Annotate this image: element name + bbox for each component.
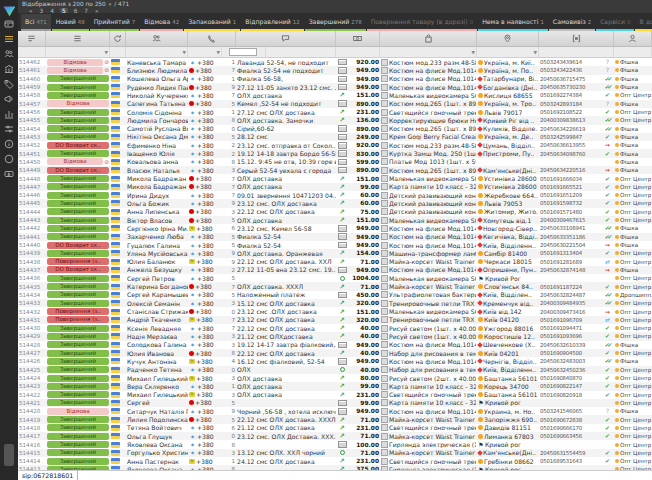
order-row[interactable]: 514460ЗавершенийКошелева Ольга Ар..✶+380… <box>18 75 652 83</box>
sidebar-item-settings[interactable] <box>0 121 18 136</box>
tab-7[interactable]: Повернення товару (в дорозі)0 <box>367 14 478 31</box>
column-header-refresh[interactable] <box>110 31 126 46</box>
column-header-person[interactable] <box>614 31 652 46</box>
order-row[interactable]: 514417ЗавершенийОльга Глущук✶+380023.12 … <box>18 432 652 440</box>
order-row[interactable]: 514442ЗавершенийСергієнко Іріна Ми..lc+3… <box>18 224 652 232</box>
order-row[interactable]: 514453ЗавершенийНікітіна Оксана Дми..✶+3… <box>18 133 652 141</box>
tab-3[interactable]: Відмова42 <box>140 14 183 31</box>
order-row[interactable]: 514455ЗавершенийЛюдмила Гончарова✶+3808О… <box>18 116 652 124</box>
filter-dropdown-icon[interactable]: ▼ <box>105 50 108 55</box>
tab-5[interactable]: Відправлений12 <box>241 14 303 31</box>
order-row[interactable]: 514418ЗавершенийТетяна Войтович✶+380621.… <box>18 424 652 432</box>
order-row[interactable]: 514440DO Возврат ск..Гуцалюк Галина✶+380… <box>18 241 652 249</box>
filter-cell-4[interactable]: ▼ <box>188 47 222 57</box>
order-row[interactable]: 514459ЗавершенийРуденко Лидия Пав..+3809… <box>18 83 652 91</box>
order-row[interactable]: 514438Повернення (з..Юлия Баланюкlc+3809… <box>18 258 652 266</box>
filter-dropdown-icon[interactable]: ▼ <box>534 50 537 55</box>
sidebar-item-support[interactable] <box>0 151 18 166</box>
column-header-rows[interactable] <box>18 31 46 46</box>
column-header-phone[interactable] <box>188 31 236 46</box>
sidebar-item-megaphone[interactable] <box>0 91 18 106</box>
order-row[interactable]: 514435ЗавершенийКатерина Богданова+3807О… <box>18 282 652 290</box>
tab-1[interactable]: Новий48 <box>52 14 89 31</box>
order-row[interactable]: 514427ЗавершенийЮлия Иванова+380822.12 с… <box>18 349 652 357</box>
column-header-bag[interactable] <box>380 31 477 46</box>
tab-2[interactable]: Прийнятий7 <box>90 14 139 31</box>
order-row[interactable]: 514426ЗавершенийКучук Антонінаlc+380416.… <box>18 357 652 365</box>
tab-count: 42 <box>172 19 179 25</box>
column-header-pin[interactable] <box>477 31 539 46</box>
order-row[interactable]: 514436ЗавершенийСергей Петров✶+38051004.… <box>18 274 652 282</box>
order-row[interactable]: 514446ЗавершенийИрина Дидух✶+380709.01 з… <box>18 191 652 199</box>
order-row[interactable]: 514420ВідмоваСитарчук Наталія Гр..✶+3809… <box>18 407 652 415</box>
order-row[interactable]: 514462Відмова⊘Каневська Тамара ..✶+3801Л… <box>18 58 652 66</box>
order-row[interactable]: 514430ЗавершенийКсенія Левадняя✶+380722.… <box>18 324 652 332</box>
order-row[interactable]: 514458ЗавершенийНиколай Кучеренко✶+3807О… <box>18 91 652 99</box>
order-row[interactable]: 514428ЗавершенийСолодкова Галина В..✶+38… <box>18 341 652 349</box>
order-row[interactable]: 514414ЗавершенийАнна Пастернакlc+380124.… <box>18 457 652 465</box>
order-row[interactable]: 514419ЗавершенийЛилия Подолинская+380522… <box>18 415 652 423</box>
filter-dropdown-icon[interactable]: ▼ <box>183 50 186 55</box>
order-row[interactable]: 514447ЗавершенийМикола Бадражан+3807ОЛХ … <box>18 183 652 191</box>
sidebar-item-info[interactable] <box>0 136 18 151</box>
sip-link-text[interactable]: sip:0672818601 <box>18 471 78 480</box>
phone-filter-input[interactable] <box>229 48 257 56</box>
tab-9[interactable]: Самовивіз2 <box>549 14 595 31</box>
filter-cell-8[interactable]: ▼ <box>380 47 477 57</box>
column-header-status[interactable] <box>46 31 110 46</box>
sidebar-scroll-thumb[interactable] <box>4 444 14 466</box>
order-row[interactable]: 514439ЗавершенийУляна Мусійовська✶+3809О… <box>18 249 652 257</box>
order-row[interactable]: 514441ЗавершенийЗахарченко Люба✶+3805Фиа… <box>18 233 652 241</box>
order-row[interactable]: 514431Повернення (з..Андрій Ткаченкоlc+3… <box>18 316 652 324</box>
column-header-money[interactable] <box>336 31 380 46</box>
order-row[interactable]: 514415ЗавершенийГоргулько Христина..✶+38… <box>18 449 652 457</box>
order-row[interactable]: 514454ЗавершенийСамотій Руслана Во..✶+38… <box>18 125 652 133</box>
sidebar-item-dashboard[interactable] <box>0 16 18 31</box>
order-row[interactable]: 514451ЗавершенийІващенко Юлія✶+380219.12… <box>18 149 652 157</box>
order-row[interactable]: 514423ЗавершенийВера Скляренко✶+3801ОЛХ … <box>18 382 652 390</box>
order-row[interactable]: 514444ЗавершенийАнна Липенська+380322.12… <box>18 208 652 216</box>
sidebar-item-warehouse[interactable] <box>0 61 18 76</box>
column-header-ttn[interactable] <box>539 31 614 46</box>
order-row[interactable]: 514450Відмова⊘Ковальова анна✶+380815.12.… <box>18 158 652 166</box>
tab-0[interactable]: Всі471 <box>21 14 51 31</box>
sidebar-item-price-tag[interactable] <box>0 76 18 91</box>
order-row[interactable]: 514421ЗавершенийСергей+380599.00Карта па… <box>18 399 652 407</box>
column-header-people[interactable] <box>126 31 188 46</box>
order-row[interactable]: 514432Повернення (з..Станіслав Стрижак+3… <box>18 307 652 315</box>
filter-dropdown-icon[interactable]: ▼ <box>472 50 475 55</box>
sidebar-item-video[interactable] <box>0 166 18 181</box>
order-row[interactable]: 514445ЗавершенийОльга Божик✶+380923.12 с… <box>18 199 652 207</box>
tab-8[interactable]: Нема в наявності1 <box>478 14 548 31</box>
order-row[interactable]: 514425ЗавершенийРадченко Тетяна✶+3800ОЛХ… <box>18 366 652 374</box>
order-row[interactable]: 514422ЗавершенийМихаил Гилецькийlc+3803О… <box>18 391 652 399</box>
order-row[interactable]: 514443ЗавершенийВіктор Власов+3805ОЛХ до… <box>18 216 652 224</box>
order-row[interactable]: 514452DO Возврат ск..Єфименко Ніна✶+3802… <box>18 141 652 149</box>
sidebar-item-customers[interactable] <box>0 46 18 61</box>
tab-6[interactable]: Завершений278 <box>305 14 366 31</box>
order-row[interactable]: 514424ЗавершенийМихаил Гилецькийlc+3803О… <box>18 374 652 382</box>
order-row[interactable]: 514434ЗавершенийСергей Карамышев✶+3805На… <box>18 291 652 299</box>
order-row[interactable]: 514457ВідмоваСапегина Татьяна С..+3805Ке… <box>18 100 652 108</box>
order-row[interactable]: 514437DO Возврат ск..Анжела Безущку✶+380… <box>18 266 652 274</box>
sidebar-item-reports[interactable] <box>0 106 18 121</box>
order-row[interactable]: 514461Відмова⊘Близнюк Людмила ..+3807Фиа… <box>18 66 652 74</box>
tab-4[interactable]: Запакований1 <box>184 14 240 31</box>
order-row[interactable]: 514456ЗавершенийСоломія Сідоніна✶+380127… <box>18 108 652 116</box>
column-header-chat[interactable] <box>236 31 336 46</box>
filter-cell-9[interactable]: ▼ <box>477 47 539 57</box>
order-row[interactable]: 514429ЗавершенийНадія Мерзаєва✶+380321.1… <box>18 332 652 340</box>
tab-11[interactable]: В дорозі додому0 <box>635 14 652 31</box>
filter-cell-5[interactable] <box>222 47 266 57</box>
order-row[interactable]: 514416ЗавершенийЯковлева Оксана✶+3808100… <box>18 440 652 448</box>
order-row[interactable]: 514449DO Возврат ск..Власюк Наталья✶+380… <box>18 166 652 174</box>
order-row[interactable]: 514433ЗавершенийОлексій Семанін✶+380315.… <box>18 299 652 307</box>
filter-cell-3[interactable]: ▼ <box>126 47 188 57</box>
tab-10[interactable]: Сервіси0 <box>596 14 634 31</box>
order-row[interactable]: 514448ЗавершенийМикола Бадражан+3807ОЛХ … <box>18 174 652 182</box>
sidebar-item-orders[interactable] <box>0 31 18 46</box>
payment-status: ↗ <box>336 307 348 315</box>
page-size-dropdown[interactable]: ▾ <box>109 1 112 7</box>
filter-dropdown-icon[interactable]: ▼ <box>217 50 220 55</box>
filter-cell-1[interactable]: ▼ <box>46 47 110 57</box>
